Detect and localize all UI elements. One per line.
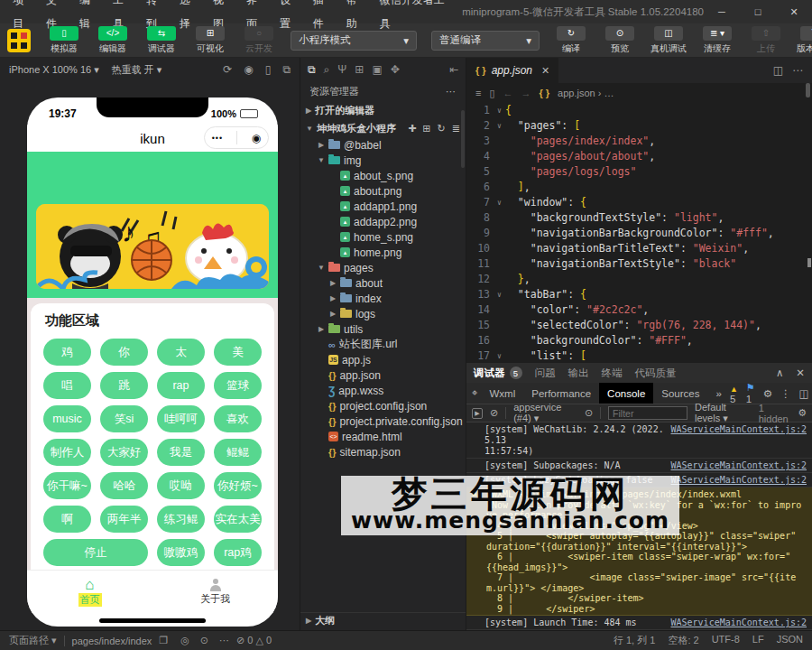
bookmark-icon[interactable]: ▯ bbox=[489, 88, 494, 99]
tree-item-pages[interactable]: ▼pages bbox=[300, 260, 466, 275]
compile-select[interactable]: 普通编译 ▾ bbox=[431, 31, 540, 51]
tree-item-img[interactable]: ▼img bbox=[300, 153, 466, 168]
fold-icon[interactable] bbox=[494, 164, 505, 180]
sound-button[interactable]: 鲲鲲 bbox=[214, 439, 262, 466]
collapse-panel-icon[interactable]: ∧ bbox=[776, 367, 783, 379]
new-folder-icon[interactable]: ⊞ bbox=[422, 123, 430, 135]
sound-button[interactable]: 你 bbox=[100, 339, 148, 366]
sound-button[interactable]: 两年半 bbox=[100, 506, 148, 533]
more-icon[interactable]: ⋯ bbox=[792, 64, 803, 77]
fold-icon[interactable]: ∨ bbox=[494, 348, 505, 364]
sound-button[interactable]: 哈哈 bbox=[100, 472, 148, 499]
tree-item-sitemap.json[interactable]: {}sitemap.json bbox=[300, 444, 466, 460]
sound-button[interactable]: 实在太美 bbox=[214, 506, 262, 533]
panel-tab-调试器[interactable]: 调试器5 bbox=[474, 367, 522, 380]
more-icon[interactable]: ••• bbox=[212, 134, 223, 143]
tree-item-addapp2.png[interactable]: ▴addapp2.png bbox=[300, 214, 466, 229]
collapse-sidebar-icon[interactable]: ⇤ bbox=[449, 63, 458, 76]
log-source-link[interactable]: WAServiceMainContext.js:2 bbox=[670, 460, 807, 471]
context-select[interactable]: appservice (#4) ▾ bbox=[513, 402, 577, 424]
eye-icon[interactable]: ⊙ bbox=[200, 635, 208, 646]
capsule-menu[interactable]: ••• ◉ bbox=[204, 126, 269, 149]
tree-item-@babel[interactable]: ▶@babel bbox=[300, 137, 466, 153]
sound-button[interactable]: 笑si bbox=[100, 405, 148, 432]
page-path-select[interactable]: 页面路径 ▾ bbox=[9, 634, 57, 647]
sound-button[interactable]: 鸡 bbox=[43, 339, 91, 366]
bug-icon[interactable]: ◎ bbox=[180, 635, 189, 646]
device-frame-icon[interactable]: ▯ bbox=[265, 63, 272, 76]
sound-button[interactable]: 哎呦 bbox=[157, 472, 205, 499]
tab-app-json[interactable]: { } app.json ✕ bbox=[466, 58, 558, 83]
fold-icon[interactable] bbox=[494, 333, 505, 348]
tree-item-project.config.json[interactable]: {}project.config.json bbox=[300, 398, 466, 413]
split-editor-icon[interactable]: ◫ bbox=[773, 64, 783, 77]
devtools-tab-»[interactable]: » bbox=[707, 383, 729, 404]
action-真机调试[interactable]: ◫真机调试 bbox=[649, 26, 688, 55]
tabbar-item-关于我[interactable]: 关于我 bbox=[152, 571, 278, 613]
more-icon[interactable]: ⋯ bbox=[219, 635, 229, 646]
sound-button[interactable]: 篮球 bbox=[214, 372, 262, 399]
tree-item-readme.html[interactable]: <>readme.html bbox=[300, 429, 466, 444]
sound-button[interactable]: 太 bbox=[157, 339, 205, 366]
fold-icon[interactable] bbox=[494, 302, 505, 318]
sound-button[interactable]: 练习鲲 bbox=[157, 506, 205, 533]
toggle-模拟器[interactable]: ▯模拟器 bbox=[44, 26, 84, 55]
fold-icon[interactable]: ∨ bbox=[494, 287, 505, 302]
devtools-tab-Console[interactable]: Console bbox=[599, 383, 653, 404]
toggle-编辑器[interactable]: </>编辑器 bbox=[93, 26, 133, 55]
devtools-tab-Sources[interactable]: Sources bbox=[653, 383, 707, 404]
gear-icon[interactable]: ⚙ bbox=[763, 387, 772, 400]
console-sidebar-icon[interactable]: ▶ bbox=[472, 408, 483, 419]
record-icon[interactable]: ◉ bbox=[244, 63, 253, 76]
console-log-system[interactable]: [system] Launch Time: 484 msWAServiceMai… bbox=[466, 616, 812, 630]
collapse-all-icon[interactable]: ≣ bbox=[452, 123, 460, 135]
maximize-icon[interactable]: □ bbox=[740, 0, 776, 23]
list-icon[interactable]: ≡ bbox=[475, 88, 481, 98]
minimize-icon[interactable]: ─ bbox=[704, 0, 740, 23]
tree-item-app.js[interactable]: JSapp.js bbox=[300, 352, 466, 367]
refresh-icon[interactable]: ↻ bbox=[438, 123, 446, 135]
sound-button[interactable]: 喜欢 bbox=[214, 405, 262, 432]
tree-item-about[interactable]: ▶about bbox=[300, 275, 466, 291]
sound-button[interactable]: 你干嘛~ bbox=[43, 472, 91, 499]
extensions-icon[interactable]: ⊞ bbox=[355, 63, 364, 76]
tabbar-item-首页[interactable]: ⌂首页 bbox=[27, 571, 152, 613]
zhanzhangku-logo[interactable] bbox=[7, 29, 31, 52]
inspect-icon[interactable]: ⌖ bbox=[472, 387, 477, 399]
sound-button[interactable]: 制作人 bbox=[43, 439, 91, 466]
fold-icon[interactable]: ∨ bbox=[494, 103, 505, 118]
project-section[interactable]: ▼ 坤坤鸡乐盒小程序 ✚ ⊞ ↻ ≣ bbox=[300, 119, 466, 137]
toggle-可视化[interactable]: ⊞可视化 bbox=[190, 26, 230, 55]
open-editors-section[interactable]: ▶ 打开的编辑器 bbox=[300, 101, 466, 119]
log-source-link[interactable]: WAServiceMainContext.js:2 bbox=[670, 474, 807, 486]
sound-button[interactable]: 美 bbox=[214, 339, 262, 366]
fold-icon[interactable] bbox=[494, 149, 505, 164]
tree-item-app.json[interactable]: {}app.json bbox=[300, 367, 466, 383]
sound-button[interactable]: music bbox=[43, 405, 91, 432]
fold-icon[interactable] bbox=[494, 241, 505, 256]
search-icon[interactable]: ⌕ bbox=[324, 63, 330, 76]
fold-icon[interactable]: ∨ bbox=[494, 195, 505, 210]
panel-tab-问题[interactable]: 问题 bbox=[535, 367, 556, 380]
action-清缓存[interactable]: ≣ ▾清缓存 bbox=[697, 26, 737, 55]
filter-input[interactable] bbox=[608, 406, 687, 420]
sound-button[interactable]: 停止 bbox=[43, 539, 148, 566]
fold-icon[interactable] bbox=[494, 226, 505, 241]
devtools-tab-Wxml[interactable]: Wxml bbox=[481, 383, 523, 404]
back-icon[interactable]: ← bbox=[503, 88, 512, 98]
tree-item-站长图库.url[interactable]: ∞站长图库.url bbox=[300, 337, 466, 352]
exit-icon[interactable]: ◉ bbox=[252, 132, 261, 144]
tree-item-addapp1.png[interactable]: ▴addapp1.png bbox=[300, 199, 466, 214]
dock-icon[interactable]: ◫ bbox=[798, 387, 808, 400]
panel-tab-终端[interactable]: 终端 bbox=[602, 367, 623, 380]
console-log-system[interactable]: [system] WeChatLib: 2.24.2 (2022.5.13 11… bbox=[466, 422, 812, 459]
sound-button[interactable]: 大家好 bbox=[100, 439, 148, 466]
mode-select[interactable]: 小程序模式 ▾ bbox=[291, 31, 417, 51]
device-select[interactable]: iPhone X 100% 16 ▾ bbox=[9, 64, 99, 76]
sound-button[interactable]: 唱 bbox=[43, 372, 91, 399]
fold-icon[interactable]: ∨ bbox=[494, 118, 505, 134]
tree-item-utils[interactable]: ▶utils bbox=[300, 321, 466, 337]
panel-tab-输出[interactable]: 输出 bbox=[568, 367, 589, 380]
sound-button[interactable]: 我是 bbox=[157, 439, 205, 466]
copy-icon[interactable]: ❐ bbox=[159, 635, 168, 646]
